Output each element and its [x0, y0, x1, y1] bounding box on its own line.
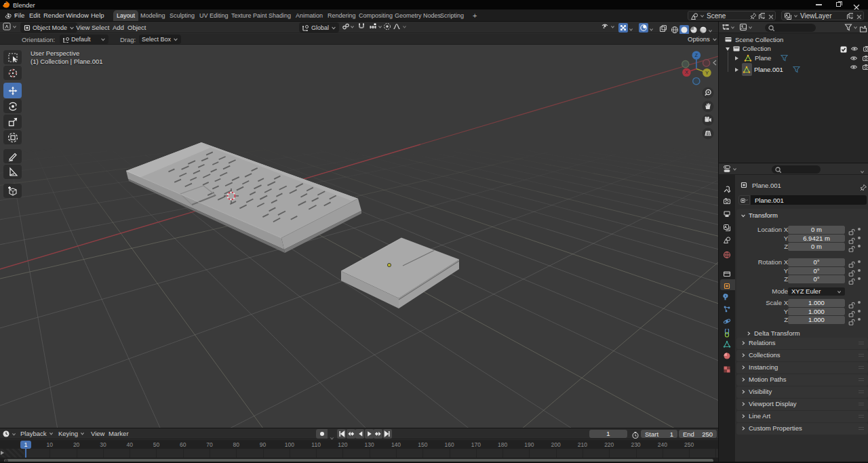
svg-text:X: X	[685, 69, 688, 75]
svg-text:Y: Y	[705, 70, 709, 76]
svg-text:Z: Z	[695, 52, 698, 58]
